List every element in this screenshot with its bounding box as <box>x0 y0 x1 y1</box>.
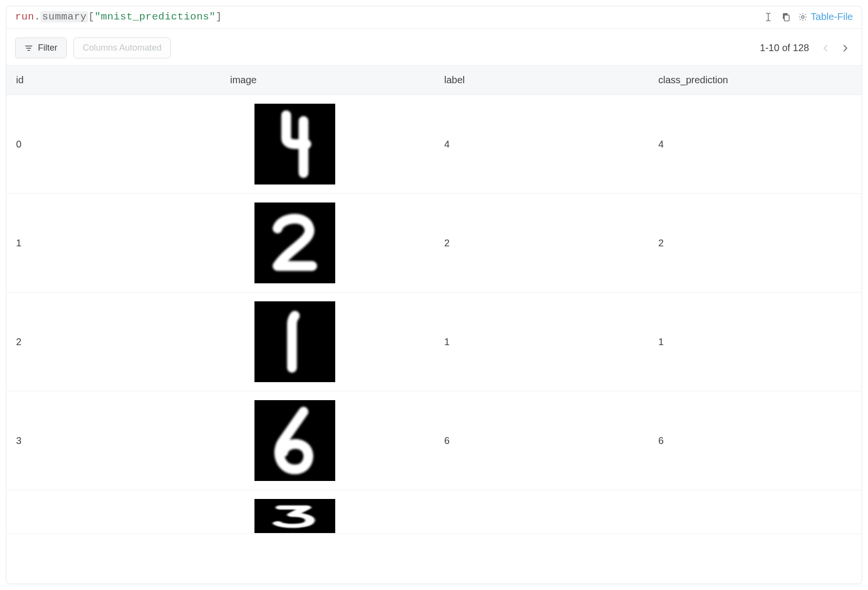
expr-key: mnist_predictions <box>101 11 209 22</box>
columns-button[interactable]: Columns Automated <box>73 37 171 58</box>
cell-image[interactable] <box>220 391 434 490</box>
cell-label <box>434 490 649 508</box>
header-actions: Table-File <box>763 11 853 22</box>
cell-id <box>6 490 220 508</box>
cell-id: 3 <box>6 426 220 455</box>
prev-page-button[interactable] <box>818 40 833 56</box>
pagination-text: 1-10 of 128 <box>760 42 809 54</box>
data-table: id image label class_prediction 0 441 22… <box>6 65 862 584</box>
cell-id: 1 <box>6 229 220 258</box>
cell-class-prediction: 6 <box>649 426 862 455</box>
cell-image[interactable] <box>220 95 434 193</box>
panel: run.summary["mnist_predictions"] Table-F… <box>6 6 862 584</box>
table-header: id image label class_prediction <box>6 66 862 95</box>
expr-object: run <box>15 11 34 22</box>
copy-icon[interactable] <box>780 12 791 22</box>
cell-id: 2 <box>6 328 220 356</box>
cell-id: 0 <box>6 130 220 159</box>
table-file-link[interactable]: Table-File <box>798 11 853 22</box>
table-file-label: Table-File <box>811 11 853 22</box>
cell-label: 6 <box>434 426 649 455</box>
table-row[interactable]: 1 22 <box>6 194 862 293</box>
text-cursor-icon[interactable] <box>763 12 774 22</box>
cell-label: 4 <box>434 130 649 159</box>
table-body: 0 441 222 113 66 <box>6 95 862 534</box>
panel-header: run.summary["mnist_predictions"] Table-F… <box>6 6 862 29</box>
cell-image[interactable] <box>220 293 434 391</box>
table-row[interactable]: 2 11 <box>6 293 862 391</box>
expression-path[interactable]: run.summary["mnist_predictions"] <box>15 11 222 22</box>
col-header-id[interactable]: id <box>6 66 220 94</box>
cell-image[interactable] <box>220 490 434 534</box>
cell-image[interactable] <box>220 194 434 292</box>
filter-icon <box>24 44 33 53</box>
col-header-class-prediction[interactable]: class_prediction <box>649 66 862 94</box>
svg-rect-1 <box>784 15 789 21</box>
gear-icon <box>798 12 808 22</box>
cell-label: 2 <box>434 229 649 258</box>
svg-point-2 <box>802 16 804 18</box>
toolbar: Filter Columns Automated 1-10 of 128 <box>6 29 862 65</box>
col-header-image[interactable]: image <box>220 66 434 94</box>
toolbar-left: Filter Columns Automated <box>15 37 171 58</box>
table-row[interactable]: 3 66 <box>6 391 862 490</box>
table-row[interactable]: 0 44 <box>6 95 862 194</box>
expr-attribute: summary <box>40 11 88 22</box>
cell-label: 1 <box>434 328 649 356</box>
cell-class-prediction <box>649 490 862 508</box>
columns-label: Columns Automated <box>83 43 162 53</box>
filter-button[interactable]: Filter <box>15 37 67 58</box>
cell-class-prediction: 4 <box>649 130 862 159</box>
table-row[interactable] <box>6 490 862 534</box>
cell-class-prediction: 1 <box>649 328 862 356</box>
next-page-button[interactable] <box>837 40 853 56</box>
cell-class-prediction: 2 <box>649 229 862 258</box>
toolbar-right: 1-10 of 128 <box>760 40 853 56</box>
filter-label: Filter <box>38 43 57 53</box>
col-header-label[interactable]: label <box>434 66 649 94</box>
